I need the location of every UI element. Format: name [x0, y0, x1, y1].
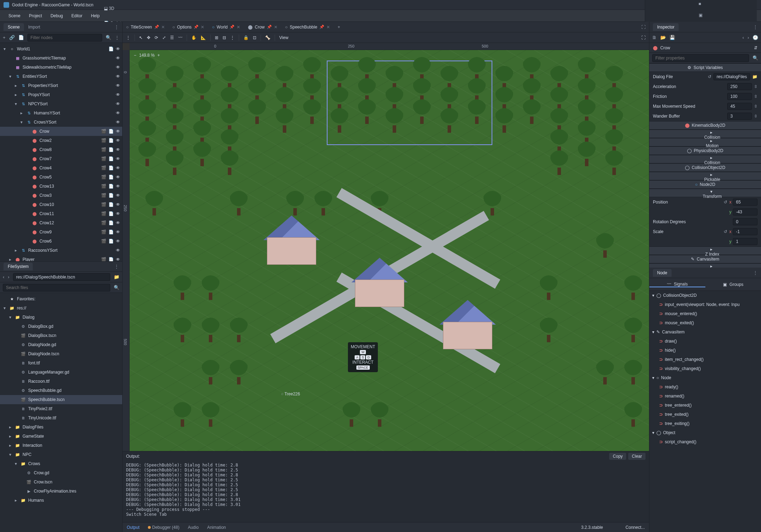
tree-node-languagemanager-gd[interactable]: ⚙LanguageManager.gd	[0, 368, 122, 377]
signals-list[interactable]: ▾◯CollisionObject2D⊃input_event(viewport…	[649, 291, 761, 532]
tree-node-font-ttf[interactable]: 🗎font.ttf	[0, 358, 122, 368]
back-icon[interactable]: ‹	[3, 274, 4, 280]
history-back-icon[interactable]: ‹	[742, 35, 744, 40]
scr-icon[interactable]: 📄	[108, 184, 114, 189]
more-icon[interactable]: ⋮	[115, 35, 119, 40]
pin-icon[interactable]: 📌	[267, 25, 272, 29]
scr-icon[interactable]: 📄	[108, 220, 114, 225]
value-input[interactable]: 3	[727, 113, 752, 120]
history-fwd-icon[interactable]: ›	[748, 35, 749, 40]
eye-icon[interactable]: 👁	[116, 175, 120, 180]
scr-icon[interactable]: 📄	[108, 156, 114, 161]
eye-icon[interactable]: 👁	[116, 92, 120, 97]
tree-node-dialogfiles[interactable]: ▸📁DialogFiles	[0, 423, 122, 432]
tree-node-crow-gd[interactable]: ⚙Crow.gd	[0, 468, 122, 477]
tree-node-crow11[interactable]: ⬤Crow11🎬📄👁	[0, 209, 122, 218]
tree-node-crowsysort[interactable]: ▾⇅CrowsYSort👁	[0, 118, 122, 127]
dock-menu-icon[interactable]: ⋮	[114, 264, 119, 269]
spinner-icon[interactable]: ⇳	[754, 114, 757, 119]
bone-icon[interactable]: 🦴	[265, 35, 270, 40]
eye-icon[interactable]: 👁	[116, 129, 120, 134]
value-input[interactable]: 1	[733, 238, 757, 245]
attach-script-icon[interactable]: 📄	[18, 35, 24, 40]
output-log[interactable]: DEBUG: (SpeechBubble): Dialog hold time:…	[123, 461, 649, 522]
list-tool-icon[interactable]: ☰	[170, 35, 174, 40]
lock-icon[interactable]: 🔒	[243, 35, 249, 40]
reset-icon[interactable]: ↺	[708, 74, 711, 79]
clap-icon[interactable]: 🎬	[101, 211, 106, 216]
tree-node-crow-tscn[interactable]: 🎬Crow.tscn	[0, 477, 122, 487]
tree-node-crows[interactable]: ▾📁Crows	[0, 459, 122, 468]
fold-z index[interactable]: ▸Z Index	[649, 246, 761, 255]
tree-node-dialognode-gd[interactable]: ⚙DialogNode.gd	[0, 340, 122, 349]
tree-node-tinyunicode-ttf[interactable]: 🗎TinyUnicode.ttf	[0, 413, 122, 423]
rotate-tool-icon[interactable]: ⟳	[155, 35, 158, 40]
scene-tab-speechbubble[interactable]: ○SpeechBubble📌✕	[285, 25, 330, 30]
more-icon[interactable]: ⋮	[230, 35, 235, 40]
menu-editor[interactable]: Editor	[67, 13, 87, 18]
tree-node-entitiesysort[interactable]: ▾⇅EntitiesYSort👁	[0, 72, 122, 81]
signal-tree_exited[interactable]: ⊃tree_exited()	[649, 410, 761, 419]
tree-node-humans[interactable]: ▸📁Humans	[0, 496, 122, 505]
tree-node-crow6[interactable]: ⬤Crow6🎬📄👁	[0, 237, 122, 246]
clap-icon[interactable]: 🎬	[101, 138, 106, 143]
filesystem-tab[interactable]: FileSystem	[4, 263, 33, 270]
value-input[interactable]: 65	[733, 199, 757, 206]
search-icon[interactable]: 🔍	[753, 55, 758, 61]
node-tab[interactable]: Node	[653, 269, 672, 277]
move-tool-icon[interactable]: ✥	[147, 35, 150, 40]
section-script-variables[interactable]: ⚙Script Variables	[649, 63, 761, 72]
scene-tab-crow[interactable]: ⬤Crow📌✕	[248, 25, 277, 30]
spinner-icon[interactable]: ⇳	[754, 84, 757, 89]
link-icon[interactable]: 🔗	[9, 35, 15, 40]
clap-icon[interactable]: 🎬	[101, 129, 106, 134]
value-input[interactable]: -1	[733, 228, 757, 235]
close-icon[interactable]: ✕	[326, 25, 330, 30]
eye-icon[interactable]: 👁	[116, 147, 120, 152]
menu-scene[interactable]: Scene	[4, 13, 25, 18]
value-input[interactable]: 250	[727, 83, 752, 90]
inspector-property-list[interactable]: ⚙Script VariablesDialog File↺res://Dialo…	[649, 63, 761, 268]
tree-node-sidewalkisometrictilemap[interactable]: ▦SidewalkIsometricTileMap👁	[0, 63, 122, 72]
save-resource-icon[interactable]: 💾	[669, 35, 675, 40]
snap-icon[interactable]: ⊞	[215, 35, 218, 40]
close-icon[interactable]: ✕	[201, 25, 204, 30]
clap-icon[interactable]: 🎬	[101, 156, 106, 161]
tree-node-crow7[interactable]: ⬤Crow7🎬📄👁	[0, 154, 122, 163]
folder-icon[interactable]: 📁	[114, 274, 119, 280]
inspector-tab[interactable]: Inspector	[653, 23, 679, 31]
pin-icon[interactable]: 📌	[154, 25, 159, 29]
clap-icon[interactable]: 🎬	[101, 193, 106, 198]
tree-node-raccoon-ttf[interactable]: 🗎Raccoon.ttf	[0, 377, 122, 386]
search-icon[interactable]: 🔍	[114, 285, 119, 290]
eye-icon[interactable]: 👁	[116, 230, 120, 234]
eye-icon[interactable]: 👁	[116, 120, 120, 125]
signal-hide[interactable]: ⊃hide()	[649, 346, 761, 355]
more-icon[interactable]: ⋮	[126, 35, 130, 40]
tree-node-humansysort[interactable]: ▸⇅HumansYSort👁	[0, 108, 122, 118]
tree-node-propertiesysort[interactable]: ▸⇅PropertiesYSort👁	[0, 81, 122, 90]
value-input[interactable]: 45	[727, 103, 752, 110]
eye-icon[interactable]: 👁	[116, 184, 120, 189]
scr-icon[interactable]: 📄	[108, 147, 114, 152]
tree-node-crow12[interactable]: ⬤Crow12🎬📄👁	[0, 218, 122, 227]
clap-icon[interactable]: 🎬	[101, 184, 106, 189]
expand-icon[interactable]: ⇵	[754, 45, 757, 50]
folder-icon[interactable]: 📁	[752, 74, 757, 79]
dock-menu-icon[interactable]: ⋮	[114, 25, 119, 30]
signal-item_rect_changed[interactable]: ⊃item_rect_changed()	[649, 355, 761, 364]
bottom-tab-debugger[interactable]: Debugger (48)	[148, 525, 179, 530]
scene-tab-world[interactable]: ○World📌✕	[212, 25, 240, 30]
load-resource-icon[interactable]: 📂	[660, 35, 666, 40]
signal-visibility_changed[interactable]: ⊃visibility_changed()	[649, 364, 761, 373]
eye-icon[interactable]: 👁	[116, 239, 120, 244]
eye-icon[interactable]: 👁	[116, 138, 120, 143]
signal-ready[interactable]: ⊃ready()	[649, 382, 761, 392]
pin-icon[interactable]: 📌	[319, 25, 324, 29]
clap-icon[interactable]: 🎬	[101, 230, 106, 234]
tree-node-favorites-[interactable]: ★Favorites:	[0, 294, 122, 303]
signal-class-object[interactable]: ▾◯Object	[649, 428, 761, 437]
tree-node-crow13[interactable]: ⬤Crow13🎬📄👁	[0, 182, 122, 191]
value-input[interactable]: 100	[727, 93, 752, 100]
clap-icon[interactable]: 🎬	[101, 220, 106, 225]
